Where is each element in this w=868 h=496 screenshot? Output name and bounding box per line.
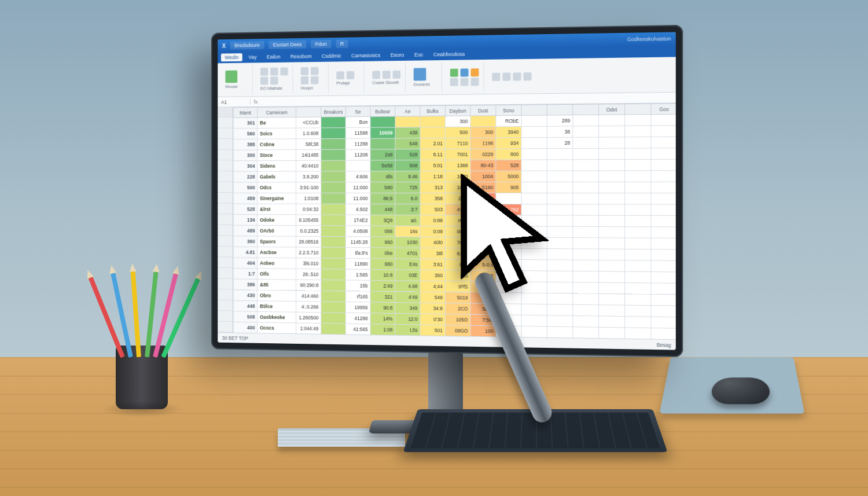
cell[interactable]: 28 [547,137,573,148]
cell[interactable] [547,271,573,282]
cell[interactable]: 508 [233,311,258,322]
ribbon-group[interactable] [446,62,484,92]
column-header[interactable]: Ae [395,106,420,116]
cell[interactable]: Oasbkeoke [258,311,296,323]
cell[interactable]: 11890 [345,258,370,269]
cell[interactable] [599,260,625,271]
cell[interactable] [321,302,345,313]
cell[interactable]: 4101 [445,204,470,215]
cell[interactable]: 1T4E2 [345,215,370,226]
ribbon-icon[interactable] [336,71,344,79]
cell[interactable]: 10009 [370,127,395,138]
ribbon-tab[interactable]: Carnasiosics [347,51,384,60]
cell[interactable]: 34:8 [420,303,445,314]
cell[interactable]: 26:.510 [296,269,321,280]
ribbon-icon[interactable] [414,68,426,80]
cell[interactable]: 228 [233,171,258,182]
cell[interactable] [625,182,651,193]
cell[interactable]: 500 [445,127,470,138]
ribbon-icon[interactable] [301,67,308,75]
cell[interactable]: 2CO [445,303,470,315]
cell[interactable] [547,237,573,248]
cell[interactable]: 3l6.010 [296,258,321,269]
cell[interactable] [651,328,676,340]
cell[interactable] [625,215,651,227]
ribbon-icon[interactable] [513,72,521,80]
cell[interactable] [599,115,625,126]
cell[interactable] [625,260,651,272]
cell[interactable] [547,148,573,159]
cell[interactable]: Sidens [258,160,296,171]
cell[interactable] [651,182,676,193]
cell[interactable]: 1:0108 [296,193,321,204]
cell[interactable] [321,247,345,258]
column-header[interactable] [521,105,547,116]
cell[interactable] [573,126,599,138]
cell[interactable] [651,126,676,137]
ribbon-icon[interactable] [502,72,510,80]
cell[interactable] [521,137,547,148]
cell[interactable]: Olfs [258,269,296,280]
cell[interactable] [573,327,599,339]
cell[interactable]: 12:0 [395,313,420,325]
cell[interactable] [547,226,573,237]
cell[interactable] [599,305,625,317]
cell[interactable] [547,193,573,204]
cell[interactable]: 2.2.5.710 [296,247,321,258]
cell[interactable] [651,227,676,238]
ribbon-tab[interactable]: Eailon [263,53,284,61]
ribbon-group[interactable]: Protapl [332,64,365,93]
cell[interactable] [625,159,651,171]
cell[interactable] [573,215,599,226]
grid[interactable]: MamtCameioenBreakorsSeBultearAeBulksDayb… [218,103,676,339]
ribbon-group[interactable]: Hoopn [296,64,329,94]
cell[interactable]: 3:7 [395,204,420,215]
cell[interactable] [573,115,599,126]
cell[interactable]: 349 [395,303,420,314]
cell[interactable] [625,317,651,328]
cell[interactable]: Se58 [370,160,395,171]
ribbon-tab[interactable]: Wedin [221,53,242,61]
cell[interactable] [625,249,651,260]
cell[interactable] [321,215,345,226]
cell[interactable]: 5:01 [420,160,445,171]
cell[interactable]: slls [370,171,395,182]
cell[interactable] [420,116,445,127]
cell[interactable] [573,260,599,271]
cell[interactable] [573,226,599,237]
cell[interactable]: Bon [345,116,370,127]
cell[interactable]: 7001 [445,149,470,160]
column-header[interactable] [296,106,321,117]
cell[interactable] [547,260,573,271]
cell[interactable]: Ascbse [258,247,296,258]
cell[interactable]: Btilce [258,301,296,312]
cell[interactable] [599,126,625,137]
cell[interactable]: 8.11 [420,149,445,160]
ribbon-icon[interactable] [492,72,500,80]
ribbon-icon[interactable] [260,68,268,76]
cell[interactable]: Gabels [258,171,296,182]
cell[interactable]: 0:04:32 [296,204,321,215]
cell[interactable]: 1145:28 [345,237,370,248]
cell[interactable] [625,227,651,238]
cell[interactable] [345,160,370,171]
cell[interactable] [573,137,599,149]
cell[interactable] [496,215,521,226]
cell[interactable]: a0. [395,215,420,226]
cell[interactable]: 7613 [445,237,470,248]
cell[interactable]: 4701 [395,248,420,259]
cell[interactable] [321,182,345,193]
cell[interactable] [521,215,547,226]
cell[interactable]: 41288 [345,313,370,324]
cell[interactable] [599,148,625,160]
cell[interactable]: 489 [233,225,258,236]
app-x-icon[interactable]: X [222,42,226,49]
cell[interactable] [521,248,547,259]
cell[interactable] [599,204,625,215]
cell[interactable] [321,313,345,324]
cell[interactable]: 100 [470,325,496,337]
cell[interactable]: 1:18 [420,171,445,182]
cell[interactable] [599,171,625,182]
column-header[interactable] [573,104,599,115]
ribbon-icon[interactable] [461,68,469,76]
